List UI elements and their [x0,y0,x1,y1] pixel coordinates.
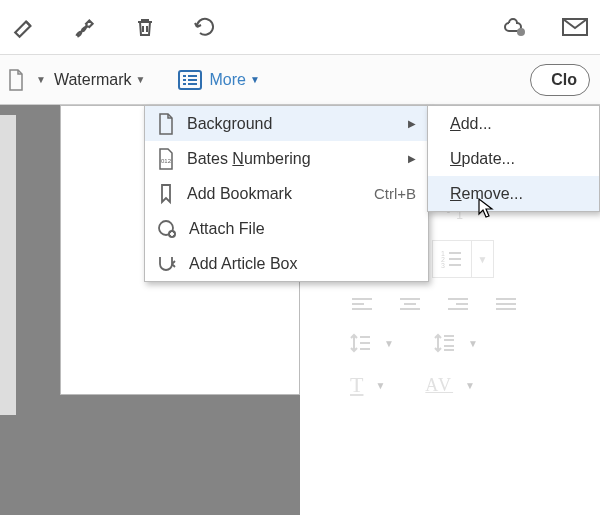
svg-text:3: 3 [441,262,445,268]
submenu-item-add[interactable]: Add... [428,106,599,141]
attach-icon [157,219,177,239]
menu-label: Background [187,115,396,133]
trash-icon[interactable] [130,12,160,42]
watermark-button[interactable]: Watermark ▼ [46,67,154,93]
menu-label: Bates Numbering [187,150,396,168]
sign-pen-icon[interactable] [70,12,100,42]
more-list-icon[interactable] [177,69,203,91]
more-button[interactable]: More ▼ [203,67,265,93]
background-submenu: Add... Update... Remove... [427,105,600,212]
watermark-caret-icon: ▼ [136,74,146,85]
page-drop-caret-icon[interactable]: ▼ [36,74,46,85]
align-justify-icon[interactable] [494,296,518,314]
page-drop-icon[interactable] [6,68,26,92]
page-icon [157,113,175,135]
line-spacing-button[interactable]: ▼ [350,332,394,354]
submenu-arrow-icon: ▶ [408,153,416,164]
doc-strip [0,115,16,415]
menu-item-article[interactable]: Add Article Box [145,246,428,281]
mail-icon[interactable] [560,12,590,42]
submenu-item-remove[interactable]: Remove... [428,176,599,211]
paragraph-spacing-button[interactable]: ▼ [434,332,478,354]
text-scale-button[interactable]: T ▼ [350,372,385,398]
svg-text:012: 012 [161,158,172,164]
edit-pencil-icon[interactable] [10,12,40,42]
bates-icon: 012 [157,148,175,170]
bookmark-icon [157,183,175,205]
numbered-list-caret-icon[interactable]: ▼ [472,240,494,278]
watermark-label: Watermark [54,71,132,89]
menu-item-bookmark[interactable]: Add Bookmark Ctrl+B [145,176,428,211]
menu-label: Attach File [189,220,416,238]
numbered-list-button[interactable]: 123 ▼ [432,240,494,278]
top-toolbar [0,0,600,55]
menu-item-bates[interactable]: 012 Bates Numbering ▶ [145,141,428,176]
more-label: More [209,71,245,89]
menu-shortcut: Ctrl+B [374,185,416,202]
align-left-icon[interactable] [350,296,374,314]
svg-point-0 [517,28,525,36]
menu-label: Add Bookmark [187,185,362,203]
submenu-label: Remove... [450,185,523,203]
menu-item-attach[interactable]: Attach File [145,211,428,246]
more-menu: Background ▶ 012 Bates Numbering ▶ Add B… [144,105,429,282]
menu-item-background[interactable]: Background ▶ [145,106,428,141]
align-right-icon[interactable] [446,296,470,314]
article-icon [157,254,177,274]
more-caret-icon: ▼ [250,74,260,85]
redo-icon[interactable] [190,12,220,42]
second-toolbar: ▼ Watermark ▼ More ▼ Clo [0,55,600,105]
align-center-icon[interactable] [398,296,422,314]
submenu-arrow-icon: ▶ [408,118,416,129]
close-label: Clo [551,71,577,88]
submenu-item-update[interactable]: Update... [428,141,599,176]
link-cloud-icon[interactable] [500,12,530,42]
menu-label: Add Article Box [189,255,416,273]
submenu-label: Update... [450,150,515,168]
submenu-label: Add... [450,115,492,133]
close-button[interactable]: Clo [530,64,590,96]
character-spacing-button[interactable]: AV ▼ [425,375,475,396]
